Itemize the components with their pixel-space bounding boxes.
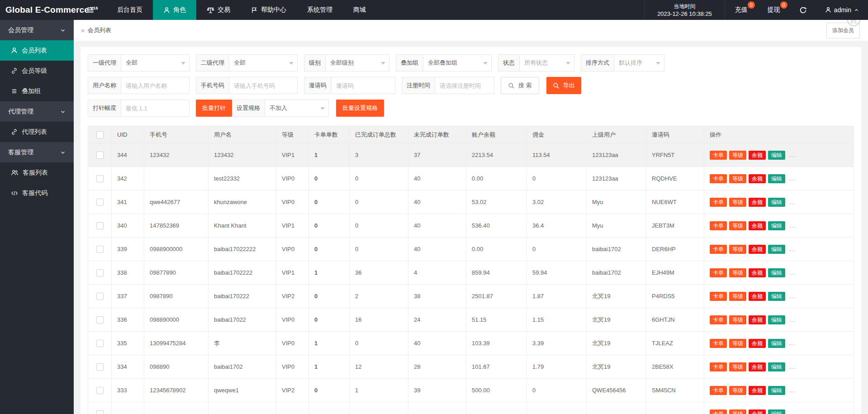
row-checkbox[interactable] bbox=[96, 222, 104, 229]
row-checkbox[interactable] bbox=[96, 293, 104, 300]
edit-action-button[interactable]: 编辑 bbox=[768, 362, 785, 371]
sidebar-item-service-list[interactable]: 客服列表 bbox=[0, 162, 74, 183]
more-actions-button[interactable]: ... bbox=[789, 387, 796, 394]
more-actions-button[interactable]: ... bbox=[789, 246, 796, 252]
sidebar-item-member-list[interactable]: 会员列表 bbox=[0, 40, 74, 61]
card-order-action-button[interactable]: 卡单 bbox=[710, 268, 727, 277]
more-actions-button[interactable]: ... bbox=[789, 152, 796, 158]
more-actions-button[interactable]: ... bbox=[789, 269, 796, 276]
row-checkbox[interactable] bbox=[96, 175, 104, 182]
level-action-button[interactable]: 等级 bbox=[729, 198, 746, 207]
balance-action-button[interactable]: 余额 bbox=[749, 339, 766, 348]
card-order-action-button[interactable]: 卡单 bbox=[710, 221, 727, 230]
card-order-action-button[interactable]: 卡单 bbox=[710, 292, 727, 301]
card-order-action-button[interactable]: 卡单 bbox=[710, 174, 727, 183]
level1-agent-select[interactable]: 全部 bbox=[121, 55, 189, 71]
sidebar-item-service-code[interactable]: 客服代码 bbox=[0, 183, 74, 203]
more-actions-button[interactable]: ... bbox=[789, 363, 796, 370]
invite-code-input[interactable] bbox=[332, 77, 395, 94]
edit-action-button[interactable]: 编辑 bbox=[768, 268, 785, 277]
batch-inject-button[interactable]: 批量打针 bbox=[196, 100, 232, 117]
balance-action-button[interactable]: 余额 bbox=[749, 245, 766, 254]
level-action-button[interactable]: 等级 bbox=[729, 362, 746, 371]
row-checkbox[interactable] bbox=[96, 363, 104, 371]
edit-action-button[interactable]: 编辑 bbox=[768, 315, 785, 324]
batch-spec-button[interactable]: 批量设置规格 bbox=[336, 100, 384, 117]
sidebar-group-service-management[interactable]: 客服管理 bbox=[0, 142, 74, 162]
level2-agent-select[interactable]: 全部 bbox=[229, 55, 297, 71]
edit-action-button[interactable]: 编辑 bbox=[768, 339, 785, 348]
nav-item-mall[interactable]: 商城 bbox=[343, 0, 376, 20]
edit-action-button[interactable]: 编辑 bbox=[768, 292, 785, 301]
sort-order-select[interactable]: 默认排序 bbox=[614, 55, 664, 71]
balance-action-button[interactable]: 余额 bbox=[749, 315, 766, 324]
more-actions-button[interactable]: ... bbox=[789, 222, 796, 229]
user-menu[interactable]: admin bbox=[816, 0, 868, 20]
row-checkbox[interactable] bbox=[96, 199, 104, 206]
row-checkbox[interactable] bbox=[96, 269, 104, 276]
status-select[interactable]: 所有状态 bbox=[520, 55, 574, 71]
export-button[interactable]: 导出 bbox=[546, 77, 581, 94]
balance-action-button[interactable]: 余额 bbox=[749, 409, 766, 414]
phone-number-input[interactable] bbox=[229, 77, 297, 94]
level-action-button[interactable]: 等级 bbox=[729, 268, 746, 277]
more-actions-button[interactable]: ... bbox=[789, 340, 796, 347]
balance-action-button[interactable]: 余额 bbox=[749, 268, 766, 277]
level-action-button[interactable]: 等级 bbox=[729, 151, 746, 160]
level-action-button[interactable]: 等级 bbox=[729, 245, 746, 254]
recharge-link[interactable]: 充值 0 bbox=[725, 0, 758, 20]
nav-item-role[interactable]: 角色 bbox=[153, 0, 196, 20]
more-actions-button[interactable]: ... bbox=[789, 293, 796, 300]
card-order-action-button[interactable]: 卡单 bbox=[710, 245, 727, 254]
nav-item-home[interactable]: 后台首页 bbox=[107, 0, 153, 20]
edit-action-button[interactable]: 编辑 bbox=[768, 221, 785, 230]
balance-action-button[interactable]: 余额 bbox=[749, 151, 766, 160]
row-checkbox[interactable] bbox=[96, 340, 104, 347]
card-order-action-button[interactable]: 卡单 bbox=[710, 198, 727, 207]
balance-action-button[interactable]: 余额 bbox=[749, 292, 766, 301]
balance-action-button[interactable]: 余额 bbox=[749, 221, 766, 230]
select-all-checkbox[interactable] bbox=[96, 131, 104, 138]
row-checkbox[interactable] bbox=[96, 387, 104, 394]
level-action-button[interactable]: 等级 bbox=[729, 339, 746, 348]
refresh-button[interactable] bbox=[790, 0, 816, 20]
overlay-group-select[interactable]: 全部叠加组 bbox=[423, 55, 491, 71]
withdraw-link[interactable]: 提现 0 bbox=[758, 0, 790, 20]
row-checkbox[interactable] bbox=[96, 316, 104, 324]
edit-action-button[interactable]: 编辑 bbox=[768, 386, 785, 395]
register-time-input[interactable] bbox=[435, 77, 494, 94]
edit-action-button[interactable]: 编辑 bbox=[768, 151, 785, 160]
row-checkbox[interactable] bbox=[96, 410, 104, 414]
edit-action-button[interactable]: 编辑 bbox=[768, 198, 785, 207]
balance-action-button[interactable]: 余额 bbox=[749, 198, 766, 207]
nav-item-trade[interactable]: 交易 bbox=[196, 0, 241, 20]
nav-item-help-center[interactable]: 帮助中心 bbox=[241, 0, 297, 20]
card-order-action-button[interactable]: 卡单 bbox=[710, 362, 727, 371]
level-action-button[interactable]: 等级 bbox=[729, 386, 746, 395]
more-actions-button[interactable]: ... bbox=[789, 316, 796, 323]
search-button[interactable]: 搜 索 bbox=[501, 77, 539, 94]
level-action-button[interactable]: 等级 bbox=[729, 174, 746, 183]
more-actions-button[interactable]: ... bbox=[789, 175, 796, 182]
level-action-button[interactable]: 等级 bbox=[729, 292, 746, 301]
balance-action-button[interactable]: 余额 bbox=[749, 174, 766, 183]
sidebar-item-overlay-group[interactable]: 叠加组 bbox=[0, 81, 74, 101]
level-action-button[interactable]: 等级 bbox=[729, 315, 746, 324]
inject-range-input[interactable] bbox=[121, 100, 189, 116]
edit-action-button[interactable]: 编辑 bbox=[768, 174, 785, 183]
row-checkbox[interactable] bbox=[96, 152, 104, 159]
level-select[interactable]: 全部级别 bbox=[326, 55, 389, 71]
add-member-button[interactable]: 添加会员 bbox=[826, 23, 860, 38]
edit-action-button[interactable]: 编辑 bbox=[768, 409, 785, 414]
card-order-action-button[interactable]: 卡单 bbox=[710, 315, 727, 324]
edit-action-button[interactable]: 编辑 bbox=[768, 245, 785, 254]
spec-select[interactable]: 不加入 bbox=[265, 100, 328, 116]
sidebar-group-member-management[interactable]: 会员管理 bbox=[0, 20, 74, 40]
sidebar-item-member-level[interactable]: 会员等级 bbox=[0, 61, 74, 81]
username-input[interactable] bbox=[121, 77, 189, 94]
more-actions-button[interactable]: ... bbox=[789, 199, 796, 205]
nav-item-system[interactable]: 系统管理 bbox=[297, 0, 343, 20]
balance-action-button[interactable]: 余额 bbox=[749, 362, 766, 371]
card-order-action-button[interactable]: 卡单 bbox=[710, 151, 727, 160]
card-order-action-button[interactable]: 卡单 bbox=[710, 339, 727, 348]
